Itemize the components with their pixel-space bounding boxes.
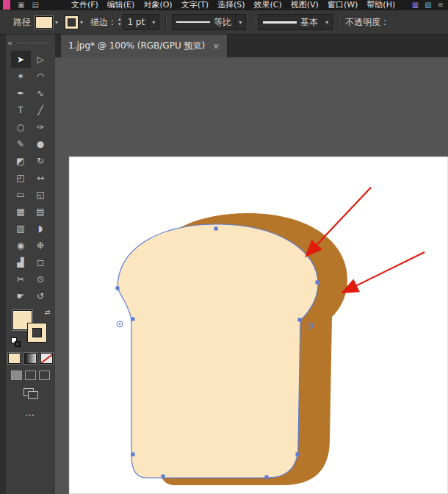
color-button[interactable]	[8, 353, 21, 364]
panel-grip[interactable]	[16, 43, 51, 43]
draw-normal-button[interactable]	[11, 370, 22, 380]
workspace-icon[interactable]: ▤	[32, 1, 38, 9]
line-segment-tool[interactable]: ╱	[31, 101, 51, 118]
direct-selection-icon: ▷	[37, 54, 43, 65]
selection-tool[interactable]: ➤	[11, 51, 31, 68]
hand-tool[interactable]: ☛	[11, 287, 31, 304]
perspective-grid-tool[interactable]: ▦	[11, 203, 31, 220]
fill-color-dropdown[interactable]: ▾	[35, 16, 58, 29]
document-tab[interactable]: 1.jpg* @ 100% (RGB/GPU 预览) ×	[61, 35, 228, 57]
stepper-down-icon[interactable]: ▾	[118, 22, 121, 27]
anchor-point[interactable]	[316, 281, 319, 284]
anchor-point[interactable]	[214, 227, 218, 231]
rotate-tool[interactable]: ↻	[31, 152, 51, 169]
workspace-switcher-icon[interactable]: ≡	[438, 1, 444, 9]
arrange-documents-icon[interactable]: ▦	[412, 1, 419, 9]
canvas[interactable]	[55, 57, 448, 494]
chevron-down-icon: ▾	[80, 19, 83, 26]
artboard-tool[interactable]: ◻	[31, 254, 51, 271]
fill-color-swatch	[35, 16, 53, 29]
stroke-width-stepper[interactable]: ▴ ▾	[118, 17, 121, 27]
home-icon[interactable]: ▣	[18, 1, 24, 9]
pen-tool[interactable]: ✒	[11, 85, 31, 101]
opacity-label[interactable]: 不透明度 :	[345, 16, 386, 29]
gradient-tool[interactable]: ▥	[11, 220, 31, 237]
menu-item-8[interactable]: 窗口(W)	[328, 0, 358, 10]
width-profile-dropdown[interactable]: 等比 ▾	[172, 14, 246, 30]
width-profile-value: 等比	[214, 16, 231, 29]
magic-wand-tool[interactable]: ✶	[11, 68, 31, 85]
free-transform-icon: ▭	[16, 190, 24, 200]
blob-brush-tool[interactable]: ●	[31, 135, 51, 152]
symbol-sprayer-tool[interactable]: ❉	[31, 237, 51, 254]
stroke-label: 描边 :	[90, 16, 114, 29]
screen-mode-button[interactable]	[24, 388, 38, 399]
brush-definition-dropdown[interactable]: 基本 ▾	[259, 14, 333, 30]
menu-item-3[interactable]: 对象(O)	[143, 0, 172, 10]
eraser-tool[interactable]: ◩	[11, 152, 31, 169]
anchor-point[interactable]	[162, 475, 165, 479]
divider	[252, 15, 253, 29]
slice-icon: ✂	[17, 274, 24, 284]
menu-item-7[interactable]: 视图(V)	[291, 0, 319, 10]
column-graph-tool[interactable]: ▟	[11, 254, 31, 271]
pencil-tool[interactable]: ✎	[11, 135, 31, 152]
type-icon: T	[18, 105, 23, 115]
stroke-width-field[interactable]: 1 pt ▾	[123, 14, 159, 30]
draw-mode-buttons	[6, 370, 55, 380]
pencil-icon: ✎	[17, 139, 24, 149]
free-transform-tool[interactable]: ▭	[11, 186, 31, 203]
menu-item-4[interactable]: 文字(T)	[181, 0, 209, 10]
control-bar: 路径 ▾ ▾ 描边 : ▴ ▾ 1 pt ▾ 等比 ▾ 基本 ▾	[0, 10, 448, 35]
scale-tool[interactable]: ◰	[11, 169, 31, 186]
none-button[interactable]	[40, 353, 53, 364]
mesh-tool[interactable]: ▤	[31, 203, 51, 220]
stroke-color-dropdown[interactable]: ▾	[65, 16, 83, 29]
anchor-point[interactable]	[131, 318, 135, 321]
anchor-point[interactable]	[298, 318, 302, 322]
anchor-point[interactable]	[131, 453, 135, 457]
width-tool[interactable]: ↔	[31, 169, 51, 186]
menu-item-5[interactable]: 选择(S)	[217, 0, 245, 10]
edit-toolbar-button[interactable]: ⋯	[6, 409, 55, 420]
direct-selection-tool[interactable]: ▷	[31, 51, 51, 68]
zoom-tool[interactable]: ⊙	[31, 271, 51, 287]
menu-item-6[interactable]: 效果(C)	[254, 0, 282, 10]
draw-inside-button[interactable]	[39, 370, 50, 380]
menu-item-2[interactable]: 编辑(E)	[107, 0, 135, 10]
width-icon: ↔	[37, 173, 44, 183]
collapse-panel-icon[interactable]: «	[7, 38, 12, 48]
swap-fill-stroke-icon[interactable]: ⇄	[45, 309, 51, 316]
stroke-swatch[interactable]	[28, 323, 46, 342]
lasso-tool[interactable]: ◠	[31, 68, 51, 85]
anchor-point[interactable]	[296, 453, 300, 457]
bread-slice-shape[interactable]	[118, 224, 318, 478]
dock-strip	[0, 35, 6, 494]
chevron-down-icon: ▾	[322, 15, 328, 29]
paintbrush-tool[interactable]: ✑	[31, 118, 51, 135]
shape-builder-tool[interactable]: ◱	[31, 186, 51, 203]
search-icon[interactable]: ▧	[424, 1, 431, 9]
shape-builder-icon: ◱	[36, 190, 44, 200]
anchor-point[interactable]	[116, 287, 120, 290]
slice-tool[interactable]: ✂	[11, 271, 31, 287]
eyedropper-tool[interactable]: ◗	[31, 220, 51, 237]
gradient-button[interactable]	[24, 353, 37, 364]
artboard-icon: ◻	[37, 257, 44, 268]
curvature-tool[interactable]: ∿	[31, 85, 51, 101]
draw-behind-button[interactable]	[25, 370, 36, 380]
menu-item-1[interactable]: 文件(F)	[71, 0, 98, 10]
close-tab-icon[interactable]: ×	[212, 41, 220, 51]
brush-definition-value: 基本	[300, 16, 318, 29]
default-fill-stroke-icon[interactable]	[11, 337, 21, 347]
anchor-point[interactable]	[265, 476, 269, 479]
rotate-view-tool[interactable]: ↺	[31, 287, 51, 304]
ellipse-tool[interactable]: ○	[11, 118, 31, 135]
paint-buttons	[6, 353, 55, 364]
type-tool[interactable]: T	[11, 101, 31, 118]
menu-item-9[interactable]: 帮助(H)	[366, 0, 395, 10]
blend-tool[interactable]: ◉	[11, 237, 31, 254]
width-profile-line-icon	[176, 21, 210, 23]
eyedropper-icon: ◗	[38, 223, 43, 234]
eraser-icon: ◩	[16, 156, 24, 166]
